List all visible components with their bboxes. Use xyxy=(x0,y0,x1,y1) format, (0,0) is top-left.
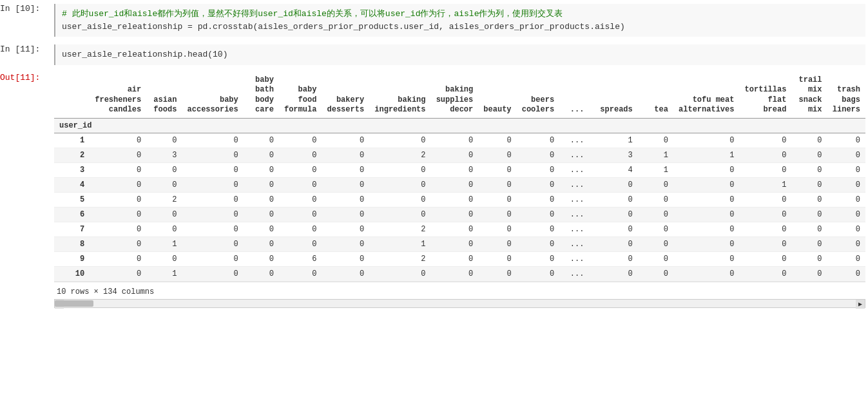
cell-fresheners_candles: 0 xyxy=(90,148,146,162)
scrollbar-thumb[interactable] xyxy=(55,300,93,307)
cell-trail_mix_snack_mix: 0 xyxy=(791,222,827,236)
cell-baking_ingredients: 0 xyxy=(369,162,430,177)
cell-spreads: 3 xyxy=(595,148,638,162)
cell-beers_coolers: 0 xyxy=(517,177,560,192)
cell-fresheners_candles: 0 xyxy=(90,177,146,192)
cell-baby_bath_body_care: 0 xyxy=(244,162,279,177)
cell-bakery_desserts: 0 xyxy=(322,207,369,222)
cell-baking_supplies_decor: 0 xyxy=(431,222,479,236)
table-row: 90000602000...000000 xyxy=(54,251,865,266)
cell-beauty: 0 xyxy=(478,192,516,207)
cell-trash_bags_liners: 0 xyxy=(827,177,865,192)
dataframe-wrapper[interactable]: airfreshenerscandlesasianfoodsbabyaccess… xyxy=(54,73,865,282)
cell-trash_bags_liners: 0 xyxy=(827,162,865,177)
row-index: 5 xyxy=(54,192,90,207)
scroll-right-button[interactable]: ▶ xyxy=(856,300,865,309)
cell-ellipsis: ... xyxy=(559,251,595,266)
horizontal-scrollbar[interactable]: ◀ ▶ xyxy=(54,299,865,308)
col-header-tortillas_flat_bread: tortillasflatbread xyxy=(739,73,791,119)
code-line: user_aisle_releationship = pd.crosstab(a… xyxy=(62,22,625,32)
cell-spreads: 0 xyxy=(595,207,638,222)
cell-tortillas_flat_bread: 0 xyxy=(739,148,791,162)
cell-tortillas_flat_bread: 0 xyxy=(739,133,791,148)
cell-tea: 0 xyxy=(638,266,673,281)
row-index: 9 xyxy=(54,251,90,266)
cell-bakery_desserts: 0 xyxy=(322,222,369,236)
cell-tortillas_flat_bread: 0 xyxy=(739,207,791,222)
cell-trash_bags_liners: 0 xyxy=(827,251,865,266)
cell-ellipsis: ... xyxy=(559,266,595,281)
cell-ellipsis: ... xyxy=(559,192,595,207)
cell-out11-content: airfreshenerscandlesasianfoodsbabyaccess… xyxy=(52,72,868,309)
dataframe-table: airfreshenerscandlesasianfoodsbabyaccess… xyxy=(54,73,865,282)
cell-tea: 1 xyxy=(638,148,673,162)
cell-beauty: 0 xyxy=(478,236,516,251)
cell-asian_foods: 0 xyxy=(146,207,182,222)
table-row: 20300002000...311000 xyxy=(54,148,865,162)
cell-baby_bath_body_care: 0 xyxy=(244,266,279,281)
cell-bakery_desserts: 0 xyxy=(322,133,369,148)
cell-baby_food_formula: 0 xyxy=(279,207,322,222)
cell-baking_supplies_decor: 0 xyxy=(431,133,479,148)
cell-fresheners_candles: 0 xyxy=(90,266,146,281)
code-block-10[interactable]: # 此时user_id和aisle都作为列值，显然不好得到user_id和ais… xyxy=(54,4,865,37)
cell-baking_supplies_decor: 0 xyxy=(431,236,479,251)
col-header-baking_supplies_decor: bakingsuppliesdecor xyxy=(431,73,479,119)
cell-tea: 0 xyxy=(638,236,673,251)
cell-baking_ingredients: 0 xyxy=(369,207,430,222)
cell-bakery_desserts: 0 xyxy=(322,266,369,281)
cell-baby_food_formula: 0 xyxy=(279,177,322,192)
cell-baby_food_formula: 0 xyxy=(279,162,322,177)
cell-tea: 0 xyxy=(638,222,673,236)
cell-spreads: 1 xyxy=(595,133,638,148)
cell-trail_mix_snack_mix: 0 xyxy=(791,162,827,177)
col-header-ellipsis: ... xyxy=(559,73,595,119)
cell-baby_bath_body_care: 0 xyxy=(244,192,279,207)
cell-trash_bags_liners: 0 xyxy=(827,236,865,251)
table-row: 30000000000...410000 xyxy=(54,162,865,177)
cell-out11-label: Out[11]: xyxy=(0,72,52,82)
cell-baking_ingredients: 0 xyxy=(369,192,430,207)
col-header-beers_coolers: beerscoolers xyxy=(517,73,560,119)
cell-spreads: 0 xyxy=(595,266,638,281)
col-header-bakery_desserts: bakerydesserts xyxy=(322,73,369,119)
cell-beauty: 0 xyxy=(478,251,516,266)
cell-spreads: 0 xyxy=(595,177,638,192)
cell-baby_food_formula: 0 xyxy=(279,236,322,251)
cell-bakery_desserts: 0 xyxy=(322,251,369,266)
cell-trail_mix_snack_mix: 0 xyxy=(791,236,827,251)
cell-baking_ingredients: 0 xyxy=(369,177,430,192)
cell-baby_bath_body_care: 0 xyxy=(244,177,279,192)
cell-trash_bags_liners: 0 xyxy=(827,192,865,207)
cell-baking_supplies_decor: 0 xyxy=(431,192,479,207)
cell-in10-label: In [10]: xyxy=(0,3,52,38)
cell-bakery_desserts: 0 xyxy=(322,148,369,162)
cell-beers_coolers: 0 xyxy=(517,162,560,177)
cell-asian_foods: 0 xyxy=(146,177,182,192)
cell-trail_mix_snack_mix: 0 xyxy=(791,266,827,281)
cell-tofu_meat_alternatives: 0 xyxy=(673,266,740,281)
code-block-11[interactable]: user_aisle_releationship.head(10) xyxy=(54,44,865,65)
cell-beers_coolers: 0 xyxy=(517,236,560,251)
cell-asian_foods: 0 xyxy=(146,251,182,266)
row-index: 6 xyxy=(54,207,90,222)
cell-baby_food_formula: 0 xyxy=(279,133,322,148)
cell-asian_foods: 1 xyxy=(146,236,182,251)
cell-baking_ingredients: 2 xyxy=(369,222,430,236)
cell-spreads: 0 xyxy=(595,236,638,251)
cell-baking_ingredients: 0 xyxy=(369,133,430,148)
cell-baking_ingredients: 2 xyxy=(369,251,430,266)
cell-bakery_desserts: 0 xyxy=(322,162,369,177)
row-index: 7 xyxy=(54,222,90,236)
col-header-spreads: spreads xyxy=(595,73,638,119)
cell-in11: In [11]: user_aisle_releationship.head(1… xyxy=(0,41,868,69)
table-row: 80100001000...000000 xyxy=(54,236,865,251)
row-index: 8 xyxy=(54,236,90,251)
cell-trail_mix_snack_mix: 0 xyxy=(791,207,827,222)
cell-beauty: 0 xyxy=(478,162,516,177)
col-header-trail_mix_snack_mix: trailmixsnackmix xyxy=(791,73,827,119)
cell-tea: 0 xyxy=(638,207,673,222)
col-header-baby_food_formula: babyfoodformula xyxy=(279,73,322,119)
code-line: user_aisle_releationship.head(10) xyxy=(62,50,227,59)
cell-beers_coolers: 0 xyxy=(517,207,560,222)
